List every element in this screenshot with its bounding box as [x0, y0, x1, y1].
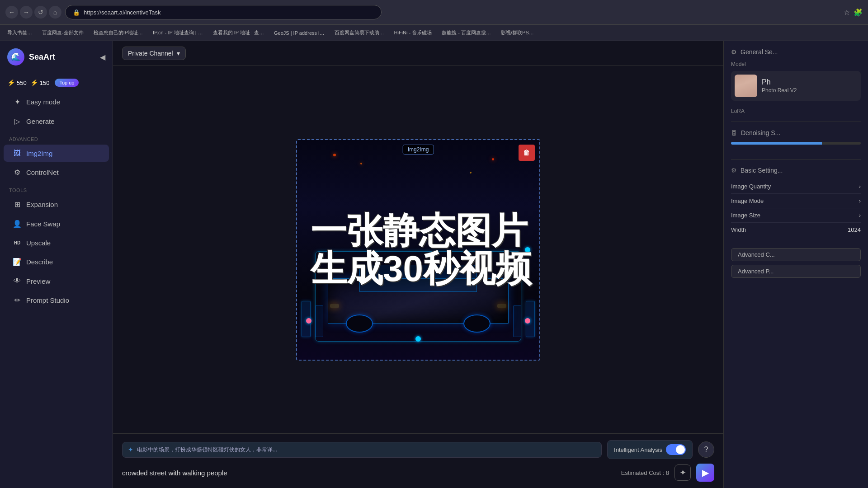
back-button[interactable]: ← [5, 6, 18, 19]
image-mode-label: Image Mode [731, 197, 764, 204]
right-sidebar: ⚙ General Se... Model Ph Photo Real V2 L… [723, 41, 868, 488]
bookmark-4[interactable]: 查看我的 IP 地址 | 查… [209, 28, 268, 37]
prompt-input[interactable] [122, 469, 616, 477]
sidebar: 🌊 SeaArt ◀ ⚡ 550 ⚡ 150 Top up ✦ Easy mod… [0, 41, 113, 488]
extensions-icon[interactable]: 🧩 [854, 8, 863, 17]
resize-handle-bottom[interactable] [415, 336, 421, 342]
nav-buttons: ← → ↺ ⌂ [5, 6, 61, 19]
bookmark-1[interactable]: 百度网盘-全部文件 [38, 28, 87, 37]
address-bar[interactable]: 🔒 https://seaart.ai/incentiveTask [65, 5, 382, 19]
image-area: 一张静态图片 生成30秒视频 Img2Img 🗑 [113, 66, 723, 433]
sidebar-item-img2img[interactable]: 🖼 Img2Img [4, 145, 109, 162]
face-swap-icon: 👤 [13, 220, 22, 228]
width-value: 1024 [848, 226, 861, 233]
advanced-button-1[interactable]: Advanced C... [731, 248, 861, 261]
estimated-cost: Estimated Cost : 8 [621, 469, 669, 476]
bookmark-8[interactable]: 超能搜 - 百度网盘搜… [438, 28, 495, 37]
img2img-overlay-label: Img2Img [403, 145, 434, 155]
magic-icon: ✦ [679, 468, 686, 478]
expansion-label: Expansion [26, 201, 58, 208]
forward-button[interactable]: → [20, 6, 33, 19]
pin-button[interactable]: ◀ [100, 53, 105, 61]
denoising-icon: 🎛 [731, 129, 737, 136]
intelligent-analysis-toggle[interactable] [666, 444, 686, 455]
toggle-thumb [676, 445, 685, 454]
sidebar-item-expansion[interactable]: ⊞ Expansion [4, 196, 109, 213]
preview-label: Preview [26, 277, 50, 285]
face-swap-label: Face Swap [26, 220, 60, 228]
channel-selector[interactable]: Private Channel ▾ [122, 47, 186, 60]
denoising-section: 🎛 Denoising S... [731, 129, 861, 145]
resize-handle-corner2[interactable] [306, 318, 311, 324]
expansion-icon: ⊞ [13, 200, 22, 209]
intelligent-analysis: Intelligent Analysis [607, 440, 693, 459]
model-label: Model [731, 61, 861, 67]
bookmark-3[interactable]: IP.cn - IP 地址查询 | … [149, 28, 207, 37]
question-icon: ? [704, 446, 708, 454]
resize-handle-right[interactable] [525, 247, 530, 253]
logo-text: SeaArt [29, 52, 55, 62]
image-size-label: Image Size [731, 212, 760, 219]
bookmark-7[interactable]: HiFiNi - 音乐磁场 [391, 28, 436, 37]
suggestion-text: 电影中的场景，打扮成华盛顿特区碰灯侠的女人，非常详... [137, 446, 277, 454]
sidebar-item-easy-mode[interactable]: ✦ Easy mode [4, 93, 109, 111]
refresh-button[interactable]: ↺ [34, 6, 47, 19]
sidebar-item-describe[interactable]: 📝 Describe [4, 253, 109, 271]
send-icon: ▶ [702, 467, 709, 478]
magic-button[interactable]: ✦ [675, 465, 691, 481]
denoising-slider[interactable] [731, 142, 861, 145]
bookmark-0[interactable]: 导入书签… [4, 28, 36, 37]
model-card[interactable]: Ph Photo Real V2 [731, 71, 861, 101]
bookmark-2[interactable]: 检查您自己的IP地址… [90, 28, 146, 37]
preview-icon: 👁 [13, 277, 22, 285]
sidebar-item-controlnet[interactable]: ⚙ ControlNet [4, 164, 109, 181]
home-button[interactable]: ⌂ [49, 6, 61, 19]
upscale-label: Upscale [26, 239, 51, 247]
center-header: Private Channel ▾ [113, 41, 723, 66]
advanced-button-2[interactable]: Advanced P... [731, 265, 861, 278]
image-delete-button[interactable]: 🗑 [519, 145, 535, 161]
bookmark-9[interactable]: 影视/群联PS… [497, 28, 538, 37]
basic-settings-label: Basic Setting... [741, 167, 783, 174]
basic-icon: ⚙ [731, 167, 737, 174]
resize-handle-corner[interactable] [525, 318, 530, 324]
image-size-row: Image Size › [731, 208, 861, 223]
sidebar-item-upscale[interactable]: HD Upscale [4, 235, 109, 251]
sidebar-item-face-swap[interactable]: 👤 Face Swap [4, 215, 109, 233]
image-mode-row: Image Mode › [731, 194, 861, 208]
star-icon[interactable]: ☆ [844, 8, 850, 17]
logo-icon: 🌊 [7, 48, 24, 66]
main-image-container: 一张静态图片 生成30秒视频 Img2Img 🗑 [296, 139, 540, 361]
generate-send-button[interactable]: ▶ [696, 464, 714, 482]
intelligent-analysis-label: Intelligent Analysis [614, 446, 662, 453]
sidebar-item-prompt-studio[interactable]: ✏ Prompt Studio [4, 291, 109, 309]
advanced-section-label: Advanced [0, 131, 113, 144]
generate-icon: ▷ [13, 117, 22, 126]
img2img-icon: 🖼 [13, 149, 22, 157]
divider-2 [731, 159, 861, 160]
bookmark-5[interactable]: GeoJS | IP address i… [270, 29, 328, 37]
controlnet-icon: ⚙ [13, 168, 22, 177]
credit-badge-2: ⚡ 150 [30, 79, 50, 86]
sidebar-item-generate[interactable]: ▷ Generate [4, 113, 109, 130]
prompt-suggestion[interactable]: ✦ 电影中的场景，打扮成华盛顿特区碰灯侠的女人，非常详... [122, 442, 602, 458]
describe-label: Describe [26, 258, 53, 266]
top-controls-row: ✦ 电影中的场景，打扮成华盛顿特区碰灯侠的女人，非常详... Intellige… [122, 440, 714, 459]
sidebar-item-preview[interactable]: 👁 Preview [4, 272, 109, 290]
bookmark-6[interactable]: 百度网盘简易下载助… [331, 28, 388, 37]
topup-button[interactable]: Top up [55, 79, 79, 87]
bookmarks-bar: 导入书签… 百度网盘-全部文件 检查您自己的IP地址… IP.cn - IP 地… [0, 25, 868, 41]
prompt-studio-icon: ✏ [13, 296, 22, 305]
tools-section-label: Tools [0, 182, 113, 195]
channel-chevron: ▾ [177, 50, 180, 57]
credit-amount-2: 150 [40, 80, 50, 86]
divider-1 [731, 122, 861, 122]
model-thumbnail [735, 75, 757, 97]
describe-icon: 📝 [13, 258, 22, 266]
model-name: Photo Real V2 [762, 87, 797, 94]
help-button[interactable]: ? [698, 441, 714, 458]
logo-area: 🌊 SeaArt ◀ [0, 48, 113, 73]
general-settings-title: ⚙ General Se... [731, 48, 861, 56]
security-icon: 🔒 [73, 9, 80, 16]
trash-icon: 🗑 [523, 149, 530, 157]
